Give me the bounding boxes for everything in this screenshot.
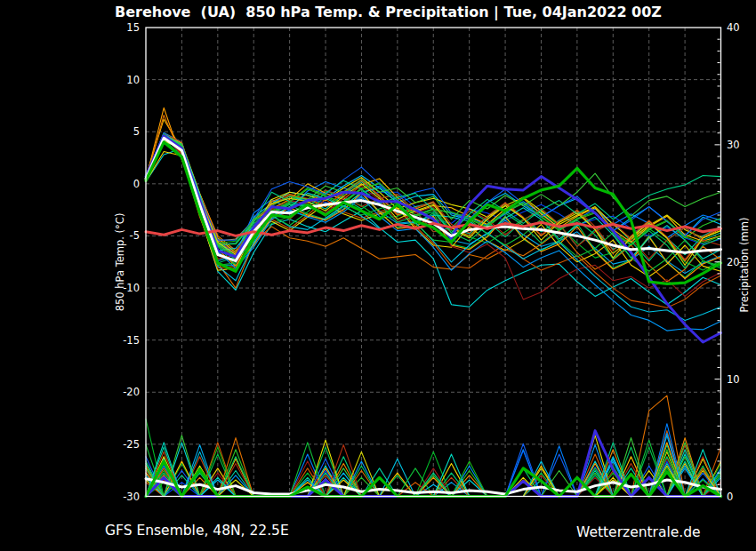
svg-text:-30: -30	[123, 491, 140, 503]
svg-text:0: 0	[727, 491, 733, 503]
svg-text:40: 40	[727, 21, 740, 34]
y-axis-left: 151050-5-10-15-20-25-30850 hPa Temp. (°C…	[114, 21, 140, 503]
svg-text:10: 10	[126, 74, 140, 86]
svg-text:15: 15	[126, 21, 140, 34]
svg-text:-5: -5	[130, 229, 140, 242]
y-axis-left-title: 850 hPa Temp. (°C)	[114, 213, 126, 312]
svg-text:5: 5	[133, 125, 140, 138]
svg-text:30: 30	[727, 139, 740, 151]
y-axis-right-title: Precipitation (mm)	[738, 218, 751, 313]
meteogram-page: Berehove (UA) 850 hPa Temp. & Precipitat…	[0, 0, 756, 551]
svg-text:0: 0	[133, 178, 140, 190]
svg-text:10: 10	[727, 373, 740, 386]
site-credit-label: Wetterzentrale.de	[576, 524, 701, 540]
meteogram-canvas: 151050-5-10-15-20-25-30850 hPa Temp. (°C…	[0, 0, 756, 551]
svg-text:-20: -20	[123, 386, 140, 398]
svg-text:-15: -15	[123, 334, 140, 347]
model-info-label: GFS Ensemble, 48N, 22.5E	[105, 523, 289, 539]
svg-text:-25: -25	[123, 438, 140, 451]
